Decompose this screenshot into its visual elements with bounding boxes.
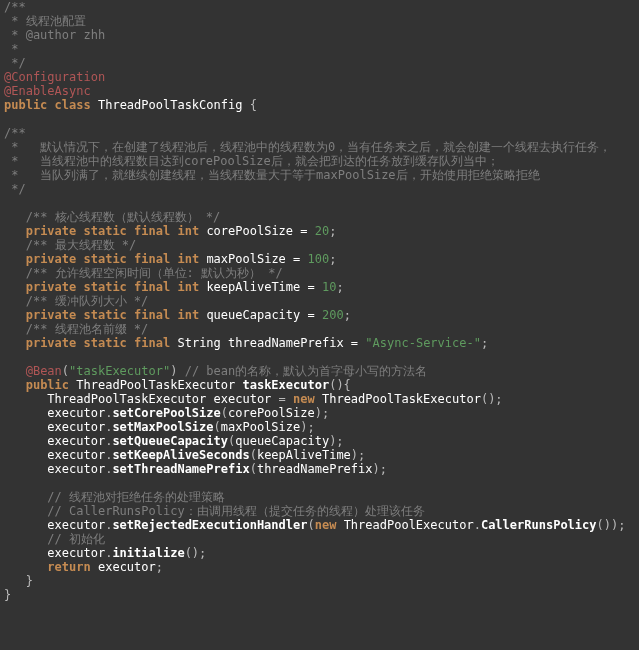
kw-public: public bbox=[4, 98, 47, 112]
arg: keepAliveTime bbox=[257, 448, 351, 462]
id-exec: executor bbox=[47, 448, 105, 462]
brace: { bbox=[250, 98, 257, 112]
comment: // CallerRunsPolicy：由调用线程（提交任务的线程）处理该任务 bbox=[47, 504, 424, 518]
equals: = bbox=[286, 252, 308, 266]
comment: * bbox=[4, 42, 18, 56]
arg: threadNamePrefix bbox=[257, 462, 373, 476]
kw-static: static bbox=[84, 252, 127, 266]
comment: // bean的名称，默认为首字母小写的方法名 bbox=[177, 364, 427, 378]
kw-static: static bbox=[84, 308, 127, 322]
kw-new: new bbox=[293, 392, 315, 406]
num-200: 200 bbox=[322, 308, 344, 322]
equals: = bbox=[300, 280, 322, 294]
type-int: int bbox=[177, 252, 199, 266]
annotation-enableasync: @EnableAsync bbox=[4, 84, 91, 98]
str-prefix: "Async-Service-" bbox=[365, 336, 481, 350]
kw-return: return bbox=[47, 560, 90, 574]
paren: ( bbox=[62, 364, 69, 378]
kw-class: class bbox=[55, 98, 91, 112]
comment: /** 允许线程空闲时间（单位: 默认为秒） */ bbox=[26, 266, 283, 280]
id-alive: keepAliveTime bbox=[206, 280, 300, 294]
kw-final: final bbox=[134, 280, 170, 294]
equals: = bbox=[300, 308, 322, 322]
call-setrejected: setRejectedExecutionHandler bbox=[112, 518, 307, 532]
brace: } bbox=[26, 574, 33, 588]
comment: /** bbox=[4, 126, 26, 140]
id-queue: queueCapacity bbox=[206, 308, 300, 322]
kw-public: public bbox=[26, 378, 69, 392]
id-exec: executor bbox=[47, 420, 105, 434]
arg: corePoolSize bbox=[228, 406, 315, 420]
kw-final: final bbox=[134, 336, 170, 350]
id-max: maxPoolSize bbox=[206, 252, 285, 266]
num-10: 10 bbox=[322, 280, 336, 294]
str-bean: "taskExecutor" bbox=[69, 364, 170, 378]
rej-inner: CallerRunsPolicy bbox=[481, 518, 597, 532]
semi: ; bbox=[329, 224, 336, 238]
comment: * 当队列满了，就继续创建线程，当线程数量大于等于maxPoolSize后，开始… bbox=[4, 168, 540, 182]
paren: (){ bbox=[329, 378, 351, 392]
comment: /** 核心线程数（默认线程数） */ bbox=[26, 210, 221, 224]
comment: /** 最大线程数 */ bbox=[26, 238, 137, 252]
call-setcore: setCorePoolSize bbox=[112, 406, 220, 420]
id-exec: executor bbox=[47, 434, 105, 448]
class-name: ThreadPoolTaskConfig bbox=[98, 98, 243, 112]
annotation-bean: @Bean bbox=[26, 364, 62, 378]
id-exec: executor bbox=[47, 406, 105, 420]
comment: */ bbox=[4, 182, 26, 196]
kw-static: static bbox=[84, 280, 127, 294]
type: ThreadPoolTaskExecutor bbox=[47, 392, 206, 406]
id-exec: executor bbox=[214, 392, 272, 406]
kw-final: final bbox=[134, 224, 170, 238]
semi: ; bbox=[344, 308, 351, 322]
type-int: int bbox=[177, 224, 199, 238]
equals: = bbox=[293, 224, 315, 238]
method-name: taskExecutor bbox=[242, 378, 329, 392]
call-setqueue: setQueueCapacity bbox=[112, 434, 228, 448]
id-prefix: threadNamePrefix bbox=[228, 336, 344, 350]
id-exec: executor bbox=[47, 518, 105, 532]
return-type: ThreadPoolTaskExecutor bbox=[76, 378, 235, 392]
comment: /** 线程池名前缀 */ bbox=[26, 322, 149, 336]
semi: ; bbox=[329, 252, 336, 266]
id-exec: executor bbox=[47, 546, 105, 560]
num-20: 20 bbox=[315, 224, 329, 238]
comment: /** 缓冲队列大小 */ bbox=[26, 294, 149, 308]
comment: */ bbox=[4, 56, 26, 70]
comment: // 线程池对拒绝任务的处理策略 bbox=[47, 490, 225, 504]
arg: queueCapacity bbox=[235, 434, 329, 448]
semi: ; bbox=[481, 336, 488, 350]
comment: /** bbox=[4, 0, 26, 14]
equals: = bbox=[344, 336, 366, 350]
call-setprefix: setThreadNamePrefix bbox=[112, 462, 249, 476]
call-setkeep: setKeepAliveSeconds bbox=[112, 448, 249, 462]
type-int: int bbox=[177, 308, 199, 322]
id-core: corePoolSize bbox=[206, 224, 293, 238]
comment: * 当线程池中的线程数目达到corePoolSize后，就会把到达的任务放到缓存… bbox=[4, 154, 499, 168]
ctor: ThreadPoolTaskExecutor bbox=[322, 392, 481, 406]
kw-final: final bbox=[134, 252, 170, 266]
call-init: initialize bbox=[112, 546, 184, 560]
annotation-configuration: @Configuration bbox=[4, 70, 105, 84]
comment: // 初始化 bbox=[47, 532, 105, 546]
kw-static: static bbox=[84, 336, 127, 350]
kw-new: new bbox=[315, 518, 337, 532]
id-exec: executor bbox=[47, 462, 105, 476]
code-block: /** * 线程池配置 * @author zhh * */ @Configur… bbox=[0, 0, 639, 602]
kw-final: final bbox=[134, 308, 170, 322]
rej-cls: ThreadPoolExecutor bbox=[344, 518, 474, 532]
semi: ; bbox=[336, 280, 343, 294]
arg: maxPoolSize bbox=[221, 420, 300, 434]
kw-private: private bbox=[26, 252, 77, 266]
kw-private: private bbox=[26, 224, 77, 238]
kw-private: private bbox=[26, 308, 77, 322]
kw-private: private bbox=[26, 280, 77, 294]
comment: * 默认情况下，在创建了线程池后，线程池中的线程数为0，当有任务来之后，就会创建… bbox=[4, 140, 611, 154]
num-100: 100 bbox=[308, 252, 330, 266]
comment: * 线程池配置 bbox=[4, 14, 86, 28]
comment: * @author zhh bbox=[4, 28, 105, 42]
call: (); bbox=[481, 392, 503, 406]
type-int: int bbox=[177, 280, 199, 294]
kw-private: private bbox=[26, 336, 77, 350]
brace: } bbox=[4, 588, 11, 602]
